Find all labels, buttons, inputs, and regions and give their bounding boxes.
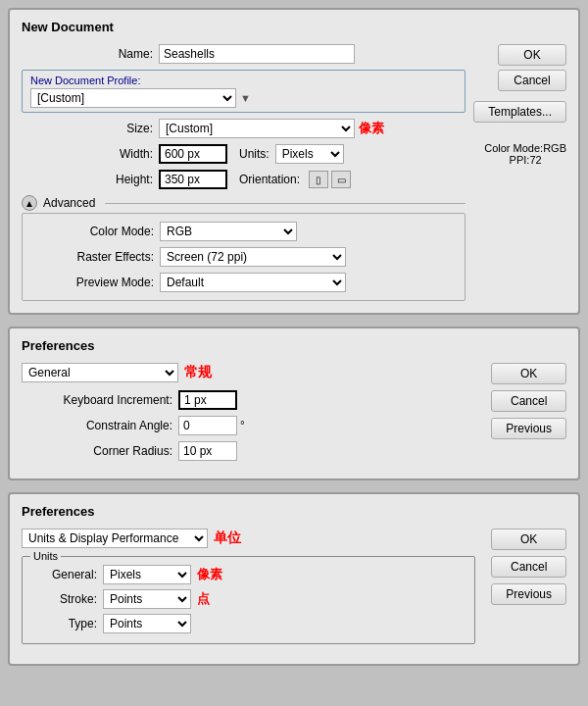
type-units-label: Type:	[34, 617, 103, 630]
pref1-ok-button[interactable]: OK	[491, 363, 566, 384]
keyboard-increment-label: Keyboard Increment:	[31, 393, 178, 407]
pref2-cancel-button[interactable]: Cancel	[491, 556, 566, 578]
type-units-select[interactable]: Points	[103, 614, 191, 633]
width-units-row: Width: Units: Pixels	[22, 144, 466, 164]
degrees-symbol: °	[240, 419, 245, 432]
annotation-pixels-units: 像素	[197, 566, 222, 583]
templates-button[interactable]: Templates...	[473, 101, 566, 123]
new-document-title: New Document	[22, 20, 566, 34]
profile-dropdown-arrow: ▼	[240, 92, 251, 104]
pref2-ok-button[interactable]: OK	[491, 529, 566, 550]
keyboard-increment-row: Keyboard Increment:	[31, 390, 466, 410]
size-label: Size:	[22, 122, 159, 135]
annotation-dot: 点	[197, 590, 210, 608]
landscape-button[interactable]: ▭	[331, 171, 351, 188]
size-select[interactable]: [Custom]	[159, 119, 355, 138]
height-orient-row: Height: Orientation: ▯ ▭	[22, 170, 466, 189]
preview-mode-select[interactable]: Default	[160, 273, 346, 292]
stroke-units-select[interactable]: Points	[103, 589, 191, 609]
advanced-toggle[interactable]: ▲ Advanced	[22, 195, 466, 211]
pref1-cancel-button[interactable]: Cancel	[491, 390, 566, 412]
raster-effects-select[interactable]: Screen (72 ppi)	[160, 247, 346, 267]
raster-effects-label: Raster Effects:	[32, 250, 160, 264]
advanced-label: Advanced	[43, 196, 95, 210]
preferences-units-dialog: Preferences Units & Display Performance …	[8, 492, 580, 666]
width-input[interactable]	[159, 144, 227, 164]
profile-label: New Document Profile:	[30, 75, 457, 86]
stroke-units-row: Stroke: Points 点	[34, 589, 463, 609]
preferences2-title: Preferences	[22, 504, 566, 519]
category2-row: Units & Display Performance 单位	[22, 529, 475, 548]
advanced-section: Color Mode: RGB Raster Effects: Screen (…	[22, 213, 466, 301]
name-label: Name:	[22, 47, 159, 61]
pref2-previous-button[interactable]: Previous	[491, 583, 566, 605]
general-units-select[interactable]: Pixels	[103, 565, 191, 584]
size-row: Size: [Custom] 像素	[22, 119, 466, 138]
units-label-inline: Units:	[239, 147, 270, 161]
constrain-angle-row: Constrain Angle: °	[31, 416, 466, 435]
general-units-label: General:	[34, 568, 103, 581]
height-label: Height:	[22, 173, 159, 186]
keyboard-increment-input[interactable]	[178, 390, 237, 410]
stroke-units-label: Stroke:	[34, 592, 103, 606]
annotation-pixels-size: 像素	[359, 120, 384, 137]
name-input[interactable]	[159, 44, 355, 64]
color-mode-select[interactable]: RGB	[160, 222, 297, 241]
new-document-dialog: New Document Name: New Document Profile:…	[8, 8, 580, 315]
constrain-angle-label: Constrain Angle:	[31, 419, 178, 432]
units-select[interactable]: Pixels	[275, 144, 344, 164]
preferences2-category-select[interactable]: Units & Display Performance	[22, 529, 208, 548]
general-units-row: General: Pixels 像素	[34, 565, 463, 584]
corner-radius-input[interactable]	[178, 441, 237, 461]
advanced-toggle-icon[interactable]: ▲	[22, 195, 37, 211]
constrain-angle-input[interactable]	[178, 416, 237, 435]
preview-mode-row: Preview Mode: Default	[32, 273, 455, 292]
units-group-box: Units General: Pixels 像素 Stroke: Points …	[22, 556, 475, 644]
preferences1-category-select[interactable]: General	[22, 363, 178, 382]
new-doc-cancel-button[interactable]: Cancel	[498, 70, 566, 91]
raster-effects-row: Raster Effects: Screen (72 ppi)	[32, 247, 455, 267]
name-row: Name:	[22, 44, 466, 64]
annotation-units: 单位	[214, 530, 241, 547]
preferences-general-dialog: Preferences General 常规 Keyboard Incremen…	[8, 327, 580, 480]
color-mode-row: Color Mode: RGB	[32, 222, 455, 241]
units-group-label: Units	[30, 550, 61, 562]
annotation-general: 常规	[184, 364, 212, 381]
orientation-label: Orientation:	[239, 173, 300, 186]
corner-radius-row: Corner Radius:	[31, 441, 466, 461]
height-input[interactable]	[159, 170, 227, 189]
color-info: Color Mode:RGB PPI:72	[484, 142, 566, 166]
portrait-button[interactable]: ▯	[309, 171, 328, 188]
width-label: Width:	[22, 147, 159, 161]
corner-radius-label: Corner Radius:	[31, 444, 178, 458]
preferences1-title: Preferences	[22, 338, 566, 353]
pref1-previous-button[interactable]: Previous	[491, 418, 566, 439]
type-units-row: Type: Points	[34, 614, 463, 633]
new-doc-ok-button[interactable]: OK	[498, 44, 566, 66]
color-mode-label: Color Mode:	[32, 225, 160, 238]
preview-mode-label: Preview Mode:	[32, 276, 160, 289]
profile-select[interactable]: [Custom]	[30, 88, 236, 108]
category-row: General 常规	[22, 363, 475, 382]
